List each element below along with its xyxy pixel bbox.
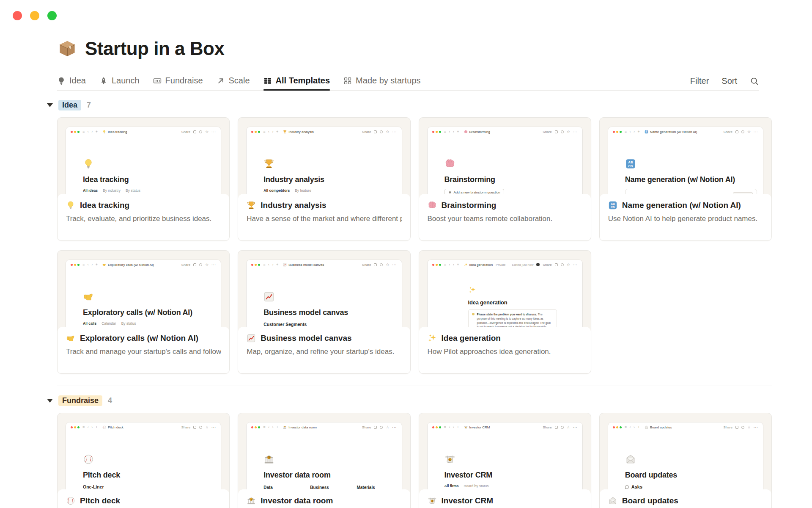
mini-chrome-actions: Share☆··· [181,130,216,134]
template-card-industry-analysis[interactable]: ≡ ‹ › +Industry analysisShare☆···Industr… [238,117,410,241]
section-divider [57,386,772,386]
card-title: Investor data room [261,496,333,505]
tab-bar: IdeaLaunchFundraiseScaleAll TemplatesMad… [57,72,759,91]
mini-window-body: BrainstormingAdd a new brainstorm questi… [428,136,582,199]
collapse-toggle-icon[interactable] [47,399,53,403]
brain-icon [444,158,455,169]
mini-more-icon: ··· [392,130,397,134]
search-icon[interactable] [750,77,759,86]
collapse-toggle-icon[interactable] [47,103,53,107]
mini-window-chrome: ≡ ‹ › +BrainstormingShare☆··· [428,127,582,136]
mini-comment-icon [374,263,377,266]
card-title: Exploratory calls (w/ Notion AI) [80,334,198,343]
lightbulb-icon [102,130,106,134]
baseball-icon [66,496,75,505]
mini-window: ≡ ‹ › +Idea generationPrivateEdited just… [428,260,582,332]
traffic-light-dot [436,426,438,428]
tab-launch[interactable]: Launch [99,72,140,90]
mini-window-body: Business model canvasCustomer SegmentsTh… [247,269,401,332]
card-description: Track and manage your startup's calls an… [66,348,221,356]
mini-more-icon: ··· [392,425,397,429]
mini-traffic-lights [432,131,441,133]
card-thumbnail: ≡ ‹ › +Industry analysisShare☆···Industr… [238,118,410,199]
mini-chrome-nav-icons: ≡ ‹ › + [625,425,641,429]
traffic-light-dot [432,264,434,266]
traffic-light-dot [620,426,622,428]
tab-all-templates[interactable]: All Templates [263,72,330,90]
mini-chrome-nav-icons: ≡ ‹ › + [625,130,641,134]
template-card-idea-generation[interactable]: ≡ ‹ › +Idea generationPrivateEdited just… [419,250,591,374]
mini-chrome-title: $Investor data room [283,425,317,429]
mini-clock-icon [561,263,564,266]
template-card-pitch-deck[interactable]: ≡ ‹ › +Pitch deckShare☆···Pitch deckOne-… [57,413,230,508]
card-title: Pitch deck [80,496,120,505]
template-card-brainstorming[interactable]: ≡ ‹ › +BrainstormingShare☆···Brainstormi… [419,117,591,241]
mini-more-icon: ··· [392,263,397,267]
mini-star-icon: ☆ [205,425,208,429]
card-title: Name generation (w/ Notion AI) [622,201,741,210]
mini-page-emoji [83,158,215,171]
mini-more-icon: ··· [211,130,216,134]
mini-chrome-title-text: Board updates [650,425,672,429]
toolbar-right: Filter Sort [690,72,759,90]
mini-chrome-title: ABCDName generation (w/ Notion AI) [645,130,697,134]
mini-star-icon: ☆ [567,263,570,267]
template-card-name-generation-w-notion-ai[interactable]: ≡ ‹ › +ABCDName generation (w/ Notion AI… [599,117,772,241]
mini-clock-icon [561,426,564,429]
traffic-light-dot [77,131,80,133]
mini-comment-icon [555,263,558,266]
template-card-board-updates[interactable]: ≡ ‹ › +Board updatesShare☆···Board updat… [599,413,772,508]
zoom-window-button[interactable] [47,11,57,20]
mini-window: ≡ ‹ › +Pitch deckShare☆···Pitch deckOne-… [66,422,221,494]
callme-icon [102,263,106,267]
mini-more-icon: ··· [211,263,216,267]
mini-window: ≡ ‹ › +Exploratory calls (w/ Notion AI)S… [66,260,221,332]
card-grid: ≡ ‹ › +Idea trackingShare☆···Idea tracki… [57,117,772,374]
template-card-exploratory-calls-w-notion-ai[interactable]: ≡ ‹ › +Exploratory calls (w/ Notion AI)S… [57,250,230,374]
mini-page-emoji: ABCD [625,158,757,171]
tab-list: IdeaLaunchFundraiseScaleAll TemplatesMad… [57,72,421,90]
tab-fundraise[interactable]: Fundraise [153,72,203,90]
traffic-light-dot [258,426,260,428]
mini-view-tab: All calls [83,321,96,326]
card-footer: Exploratory calls (w/ Notion AI)Track an… [58,327,229,373]
card-title-row: $Investor CRM [428,496,582,505]
template-card-investor-data-room[interactable]: ≡ ‹ › +$Investor data roomShare☆···$Inve… [238,413,410,508]
mini-star-icon: ☆ [747,130,751,134]
template-card-idea-tracking[interactable]: ≡ ‹ › +Idea trackingShare☆···Idea tracki… [57,117,230,241]
mini-window: ≡ ‹ › +$Investor CRMShare☆···$Investor C… [428,422,582,494]
mini-more-icon: ··· [754,130,758,134]
mini-traffic-lights [71,131,80,133]
chartup-icon [247,334,256,343]
close-window-button[interactable] [13,11,22,20]
sparkles-icon [468,286,476,294]
tab-made-by-startups[interactable]: Made by startups [343,72,420,90]
sort-button[interactable]: Sort [721,76,737,86]
tab-label: Idea [69,76,86,86]
mini-window: ≡ ‹ › +BrainstormingShare☆···Brainstormi… [428,127,582,199]
traffic-light-dot [436,131,438,133]
mini-chrome-nav-icons: ≡ ‹ › + [82,262,99,267]
mini-more-icon: ··· [573,130,578,134]
card-description: How Pilot approaches idea generation. [428,348,582,356]
mini-star-icon: ☆ [747,425,751,429]
mini-page-title: Pitch deck [83,471,215,480]
mini-chrome-title: Idea generation [464,263,493,267]
mini-window-chrome: ≡ ‹ › +Exploratory calls (w/ Notion AI)S… [66,260,221,269]
traffic-light-dot [71,264,73,266]
section-badge: Idea [58,100,81,110]
tab-scale[interactable]: Scale [217,72,250,90]
template-card-investor-crm[interactable]: ≡ ‹ › +$Investor CRMShare☆···$Investor C… [419,413,591,508]
mini-window-body: Idea trackingAll ideasBy industryBy stat… [66,136,221,199]
mini-share-label: Share [724,425,732,429]
traffic-light-dot [71,131,73,133]
template-card-business-model-canvas[interactable]: ≡ ‹ › +Business model canvasShare☆···Bus… [238,250,410,374]
traffic-light-dot [251,264,253,266]
minimize-window-button[interactable] [30,11,39,20]
mini-chrome-actions: Share☆··· [724,425,758,429]
filter-button[interactable]: Filter [690,76,709,86]
mini-traffic-lights [432,264,441,266]
mini-clock-icon [380,426,383,429]
grid-filled-icon [263,77,272,85]
tab-idea[interactable]: Idea [57,72,86,90]
